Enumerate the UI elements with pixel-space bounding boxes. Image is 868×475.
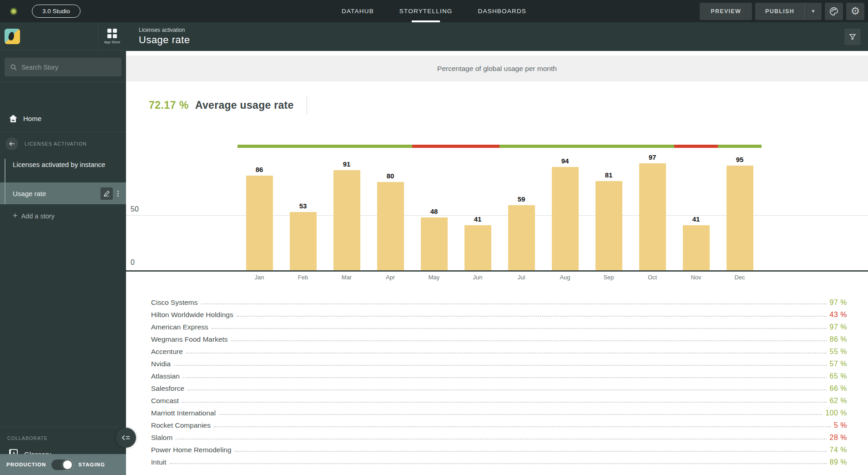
list-item: Hilton Worldwide Holdings43 % [151, 308, 847, 320]
list-item: Accenture55 % [151, 345, 847, 357]
bar-nov[interactable] [683, 225, 710, 270]
bar-jun[interactable] [464, 225, 491, 270]
story-item-menu-button[interactable] [117, 191, 119, 197]
collapse-sidebar-icon [121, 434, 131, 441]
dotted-leader [219, 414, 822, 415]
x-tick-jan: Jan [241, 274, 278, 281]
collaborate-section-label: COLLABORATE [7, 435, 48, 441]
filter-button[interactable] [844, 29, 861, 45]
search-input[interactable] [21, 64, 116, 71]
kpi-separator [307, 96, 307, 114]
tab-datahub[interactable]: DATAHUB [342, 0, 374, 22]
app-logo[interactable] [5, 29, 20, 44]
bar-value-label: 48 [416, 207, 452, 215]
x-tick-jun: Jun [459, 274, 496, 281]
bar-feb[interactable] [290, 212, 317, 270]
bar-value-label: 95 [722, 156, 758, 163]
company-value: 89 % [830, 458, 847, 468]
bar-mar[interactable] [333, 170, 360, 270]
company-name: American Express [151, 323, 208, 333]
company-value: 57 % [830, 360, 847, 369]
sidebar-item-home[interactable]: Home [0, 110, 126, 127]
x-tick-may: May [416, 274, 452, 281]
tab-dashboards[interactable]: DASHBOARDS [478, 0, 527, 22]
preview-button[interactable]: PREVIEW [700, 3, 752, 20]
dotted-leader [182, 402, 826, 403]
environment-bar: PRODUCTION STAGING [0, 454, 126, 475]
filter-icon [849, 33, 856, 40]
divider [0, 427, 126, 427]
sidebar-item-licenses-activated-by-instance[interactable]: Licenses activated by instance [0, 161, 126, 168]
company-value: 43 % [830, 311, 847, 320]
bar-may[interactable] [421, 217, 448, 270]
x-tick-aug: Aug [547, 274, 583, 281]
add-story-button[interactable]: + Add a story [13, 211, 55, 221]
app-section-label: LICENSES ACTIVATION [25, 141, 87, 147]
bar-aug[interactable] [552, 167, 579, 270]
settings-button[interactable]: ⚙ [846, 3, 864, 20]
topbar-actions: PREVIEW PUBLISH ▼ ⚙ [700, 0, 864, 22]
app-store-icon [107, 29, 117, 38]
company-name: Nvidia [151, 360, 171, 369]
bar-apr[interactable] [377, 182, 404, 270]
edit-story-button[interactable] [101, 187, 113, 200]
bar-oct[interactable] [639, 163, 666, 270]
tab-storytelling[interactable]: STORYTELLING [399, 0, 453, 22]
bar-jan[interactable] [246, 176, 273, 270]
bar-value-label: 41 [459, 215, 496, 223]
bar-sep[interactable] [595, 181, 622, 270]
theme-palette-button[interactable] [825, 3, 843, 20]
list-item: Wegmans Food Markets86 % [151, 333, 847, 345]
main-content: Licenses activation Usage rate Percentag… [126, 22, 868, 475]
bar-value-label: 91 [328, 160, 365, 168]
company-name: Slalom [151, 434, 172, 443]
app-store-label: App Store [104, 40, 121, 44]
back-button[interactable] [5, 137, 18, 150]
bar-dec[interactable] [727, 166, 753, 270]
x-tick-dec: Dec [722, 274, 758, 281]
publish-button[interactable]: PUBLISH [755, 3, 804, 20]
bar-jul[interactable] [508, 205, 535, 270]
bar-value-label: 59 [503, 195, 540, 203]
dotted-leader [187, 389, 826, 390]
add-story-label: Add a story [21, 212, 55, 220]
collapse-sidebar-button[interactable] [116, 428, 136, 448]
list-item: Atlassian65 % [151, 369, 847, 382]
company-name: Salesforce [151, 384, 184, 394]
dotted-leader [186, 353, 827, 354]
company-name: Hilton Worldwide Holdings [151, 311, 233, 320]
kpi-value: 72.17 % [149, 99, 189, 111]
dotted-leader [201, 303, 827, 304]
company-name: Rocket Companies [151, 421, 211, 431]
x-tick-mar: Mar [328, 274, 365, 281]
top-bar: 3.0 Studio DATAHUB STORYTELLING DASHBOAR… [0, 0, 868, 22]
x-tick-feb: Feb [285, 274, 321, 281]
list-item: Nvidia57 % [151, 357, 847, 369]
pencil-icon [103, 190, 110, 197]
x-tick-oct: Oct [634, 274, 671, 281]
bar-value-label: 80 [372, 172, 409, 180]
plus-icon: + [13, 211, 18, 221]
list-item: Cisco Systems97 % [151, 296, 847, 308]
company-value: 5 % [834, 421, 847, 431]
list-item: Intuit89 % [151, 455, 847, 468]
environment-toggle[interactable] [51, 460, 73, 470]
publish-dropdown-caret[interactable]: ▼ [804, 3, 822, 20]
status-strip-segment-green [500, 145, 674, 148]
company-usage-list: Cisco Systems97 %Hilton Worldwide Holdin… [151, 296, 847, 468]
company-value: 66 % [830, 384, 847, 394]
list-item: American Express97 % [151, 320, 847, 333]
app-section-header: LICENSES ACTIVATION [0, 137, 126, 151]
story-item-tools [101, 187, 119, 200]
story-group-indicator [5, 159, 5, 204]
status-strip-segment-green [237, 145, 412, 148]
sidebar-item-usage-rate[interactable]: Usage rate [0, 182, 126, 204]
dotted-leader [170, 463, 827, 464]
dotted-leader [183, 377, 827, 378]
app-store-button[interactable]: App Store [98, 22, 126, 51]
company-name: Accenture [151, 348, 183, 357]
dotted-leader [235, 451, 827, 452]
divider [0, 82, 126, 82]
bar-value-label: 53 [285, 202, 321, 210]
status-strip [237, 145, 762, 148]
